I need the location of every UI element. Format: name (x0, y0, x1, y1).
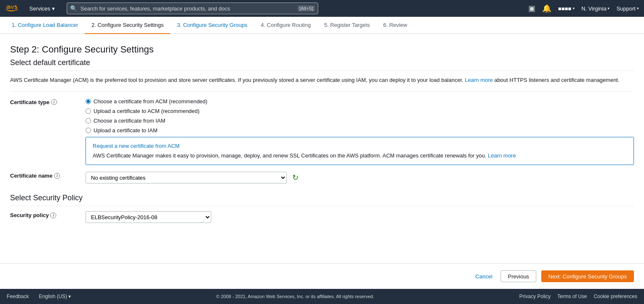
services-label: Services (29, 5, 50, 12)
acm-learn-more-link[interactable]: Learn more (488, 152, 516, 159)
section1-title: Select default certificate (10, 58, 634, 71)
refresh-icon[interactable]: ↻ (290, 173, 300, 183)
certificate-name-select[interactable]: No existing certificates (86, 172, 287, 183)
support-menu[interactable]: Support ▾ (616, 5, 639, 12)
nav-right-section: ▣ 🔔 ■■■■ ▾ N. Virginia ▾ Support ▾ (528, 4, 639, 13)
previous-button[interactable]: Previous (501, 270, 536, 282)
certificate-type-radio-group: Choose a certificate from ACM (recommend… (86, 98, 634, 134)
tab-configure-routing[interactable]: 4. Configure Routing (254, 17, 317, 34)
certificate-type-row: Certificate type i Choose a certificate … (10, 98, 634, 165)
terminal-icon[interactable]: ▣ (528, 4, 535, 13)
certificate-type-label: Certificate type i (10, 98, 86, 105)
next-button[interactable]: Next: Configure Security Groups (541, 270, 634, 282)
radio-acm-choose-input[interactable] (86, 99, 91, 104)
feedback-link[interactable]: Feedback (7, 294, 29, 299)
user-menu[interactable]: ■■■■ ▾ (558, 5, 574, 12)
certificate-name-label: Certificate name i (10, 172, 86, 179)
tab-configure-security-groups[interactable]: 3. Configure Security Groups (170, 17, 254, 34)
bottom-bar-left: Feedback English (US) ▾ (7, 294, 71, 299)
tab-review[interactable]: 6. Review (377, 17, 414, 34)
top-navigation: Services ▾ 🔍 [Alt+S] ▣ 🔔 ■■■■ ▾ N. Virgi… (0, 0, 644, 17)
language-selector[interactable]: English (US) ▾ (39, 294, 71, 299)
aws-logo[interactable] (5, 3, 21, 13)
certificate-name-row: Certificate name i No existing certifica… (10, 172, 634, 183)
security-policy-control: ELBSecurityPolicy-2016-08 (86, 211, 634, 223)
privacy-policy-link[interactable]: Privacy Policy (519, 294, 551, 299)
region-label: N. Virginia (582, 5, 607, 12)
search-icon: 🔍 (70, 5, 77, 12)
search-input[interactable] (67, 3, 318, 14)
certificate-name-info-icon[interactable]: i (54, 173, 60, 179)
user-name: ■■■■ (558, 5, 571, 12)
radio-iam-upload[interactable]: Upload a certificate to IAM (86, 127, 634, 134)
copyright-text: © 2008 - 2021, Amazon Web Services, Inc.… (71, 294, 519, 299)
security-policy-section: Security policy i ELBSecurityPolicy-2016… (10, 211, 634, 223)
security-policy-label: Security policy i (10, 211, 86, 218)
security-policy-info-icon[interactable]: i (50, 212, 56, 218)
security-policy-row: Security policy i ELBSecurityPolicy-2016… (10, 211, 634, 223)
bell-icon[interactable]: 🔔 (542, 4, 551, 13)
footer-actions: Cancel Previous Next: Configure Security… (0, 263, 644, 289)
radio-acm-upload[interactable]: Upload a certificate to ACM (recommended… (86, 108, 634, 114)
section2-title: Select Security Policy (10, 194, 634, 206)
tab-configure-load-balancer[interactable]: 1. Configure Load Balancer (5, 17, 85, 34)
search-bar: 🔍 [Alt+S] (67, 3, 318, 14)
support-label: Support (616, 5, 636, 12)
services-menu-button[interactable]: Services ▾ (26, 4, 58, 13)
radio-acm-upload-input[interactable] (86, 108, 91, 114)
services-caret-icon: ▾ (52, 5, 55, 12)
region-caret-icon: ▾ (608, 6, 610, 10)
support-caret-icon: ▾ (637, 6, 639, 10)
radio-iam-upload-input[interactable] (86, 128, 91, 133)
page-title: Step 2: Configure Security Settings (10, 44, 634, 55)
learn-more-link[interactable]: Learn more (465, 77, 493, 83)
bottom-bar-right: Privacy Policy Terms of Use Cookie prefe… (519, 294, 637, 299)
user-caret-icon: ▾ (573, 6, 575, 10)
terms-of-use-link[interactable]: Terms of Use (557, 294, 587, 299)
radio-iam-choose[interactable]: Choose a certificate from IAM (86, 118, 634, 124)
cancel-button[interactable]: Cancel (472, 273, 496, 280)
certificate-name-control: No existing certificates ↻ (86, 172, 634, 183)
description-suffix: about HTTPS listeners and certificate ma… (494, 77, 619, 83)
certificate-type-section: Certificate type i Choose a certificate … (10, 98, 634, 184)
tab-configure-security-settings[interactable]: 2. Configure Security Settings (85, 17, 170, 34)
wizard-tab-bar: 1. Configure Load Balancer 2. Configure … (0, 17, 644, 34)
radio-iam-choose-input[interactable] (86, 118, 91, 123)
cookie-preferences-link[interactable]: Cookie preferences (594, 294, 637, 299)
cert-name-row: No existing certificates ↻ (86, 172, 634, 183)
security-policy-select[interactable]: ELBSecurityPolicy-2016-08 (86, 211, 211, 223)
search-shortcut: [Alt+S] (298, 5, 315, 11)
bottom-bar: Feedback English (US) ▾ © 2008 - 2021, A… (0, 289, 644, 304)
main-content: Step 2: Configure Security Settings Sele… (0, 34, 644, 263)
certificate-type-control: Choose a certificate from ACM (recommend… (86, 98, 634, 165)
region-menu[interactable]: N. Virginia ▾ (582, 5, 610, 12)
request-certificate-link[interactable]: Request a new certificate from ACM (93, 143, 179, 149)
description-text: AWS Certificate Manager (ACM) is the pre… (10, 77, 463, 83)
certificate-type-info-icon[interactable]: i (51, 99, 57, 105)
tab-register-targets[interactable]: 5. Register Targets (317, 17, 377, 34)
description-paragraph: AWS Certificate Manager (ACM) is the pre… (10, 76, 634, 92)
acm-info-box: Request a new certificate from ACM AWS C… (86, 137, 634, 165)
radio-acm-choose[interactable]: Choose a certificate from ACM (recommend… (86, 98, 634, 105)
acm-info-text: AWS Certificate Manager makes it easy to… (93, 152, 627, 160)
